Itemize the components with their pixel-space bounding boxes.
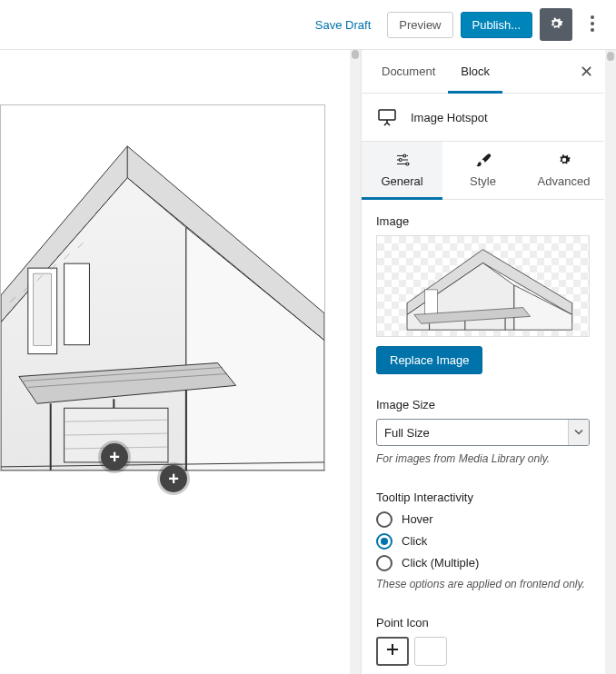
sidebar-tabs: Document Block ✕ xyxy=(362,50,604,94)
plus-icon: + xyxy=(168,469,179,490)
presentation-icon xyxy=(376,106,398,128)
subtab-general[interactable]: General xyxy=(362,142,442,199)
image-size-value: Full Size xyxy=(384,426,430,440)
more-menu-button[interactable] xyxy=(580,8,605,41)
point-icon-picker xyxy=(376,637,590,666)
tooltip-hint: These options are applied on frontend on… xyxy=(376,577,590,592)
canvas-scrollbar[interactable] xyxy=(350,50,361,674)
block-header: Image Hotspot xyxy=(362,94,604,142)
chevron-down-icon xyxy=(574,426,583,440)
canvas-shade xyxy=(0,574,361,674)
svg-rect-35 xyxy=(425,290,438,316)
save-draft-button[interactable]: Save Draft xyxy=(306,13,380,37)
svg-point-0 xyxy=(591,15,594,19)
sidebar-scrollbar[interactable] xyxy=(605,50,616,674)
hotspot-point[interactable]: + xyxy=(101,443,128,471)
image-thumbnail[interactable] xyxy=(376,235,590,337)
svg-rect-10 xyxy=(34,273,52,346)
gear-icon xyxy=(547,15,565,35)
close-icon: ✕ xyxy=(580,63,593,81)
editor-canvas[interactable]: + + xyxy=(0,50,361,674)
svg-point-29 xyxy=(402,154,405,157)
radio-label: Hover xyxy=(402,512,433,526)
point-icon-option-plus[interactable] xyxy=(376,637,409,666)
subtab-label: General xyxy=(381,174,422,188)
kebab-icon xyxy=(591,15,594,35)
settings-sidebar: Document Block ✕ Image Hotspot General xyxy=(361,50,616,674)
block-name: Image Hotspot xyxy=(411,111,488,124)
preview-button[interactable]: Preview xyxy=(387,12,452,38)
replace-image-button[interactable]: Replace Image xyxy=(376,346,482,374)
radio-label: Click (Multiple) xyxy=(402,556,479,570)
radio-icon xyxy=(376,511,392,528)
gear-icon xyxy=(555,151,573,169)
hotspot-point[interactable]: + xyxy=(160,465,187,492)
house-sketch-image xyxy=(1,105,324,471)
general-panel: Image Replace Image xyxy=(362,200,604,674)
close-sidebar-button[interactable]: ✕ xyxy=(568,50,604,94)
settings-toggle-button[interactable] xyxy=(540,8,572,41)
point-icon-label: Point Icon xyxy=(376,616,590,629)
publish-button[interactable]: Publish... xyxy=(461,12,532,38)
svg-rect-9 xyxy=(65,263,90,344)
editor-topbar: Save Draft Preview Publish... xyxy=(0,0,616,50)
tooltip-radio-click[interactable]: Click xyxy=(376,533,590,550)
subtab-label: Advanced xyxy=(538,174,591,188)
house-thumbnail-image xyxy=(377,236,589,336)
radio-icon xyxy=(376,533,392,550)
plus-icon: + xyxy=(109,447,120,468)
subtab-advanced[interactable]: Advanced xyxy=(523,142,604,199)
plus-icon xyxy=(386,643,399,659)
sliders-icon xyxy=(393,151,412,169)
tooltip-radio-click-multiple[interactable]: Click (Multiple) xyxy=(376,555,590,571)
image-hotspot-block[interactable]: + + xyxy=(0,104,325,471)
subtab-style[interactable]: Style xyxy=(442,142,523,199)
svg-point-30 xyxy=(399,159,402,162)
tooltip-radio-hover[interactable]: Hover xyxy=(376,511,590,528)
tooltip-label: Tooltip Interactivity xyxy=(376,491,590,504)
svg-point-2 xyxy=(591,28,594,32)
tab-block[interactable]: Block xyxy=(448,50,502,93)
radio-label: Click xyxy=(402,534,427,548)
image-size-hint: For images from Media Library only. xyxy=(376,451,590,467)
svg-rect-28 xyxy=(379,110,395,120)
point-icon-option[interactable] xyxy=(414,637,447,666)
image-size-label: Image Size xyxy=(376,398,590,411)
subtab-label: Style xyxy=(470,174,496,188)
image-label: Image xyxy=(376,214,590,228)
radio-icon xyxy=(376,555,392,571)
image-size-select[interactable]: Full Size xyxy=(376,419,590,446)
svg-point-1 xyxy=(591,22,594,25)
tab-document[interactable]: Document xyxy=(369,50,448,93)
svg-point-31 xyxy=(405,163,408,165)
block-subtabs: General Style Advanced xyxy=(362,142,604,200)
brush-icon xyxy=(474,151,492,169)
